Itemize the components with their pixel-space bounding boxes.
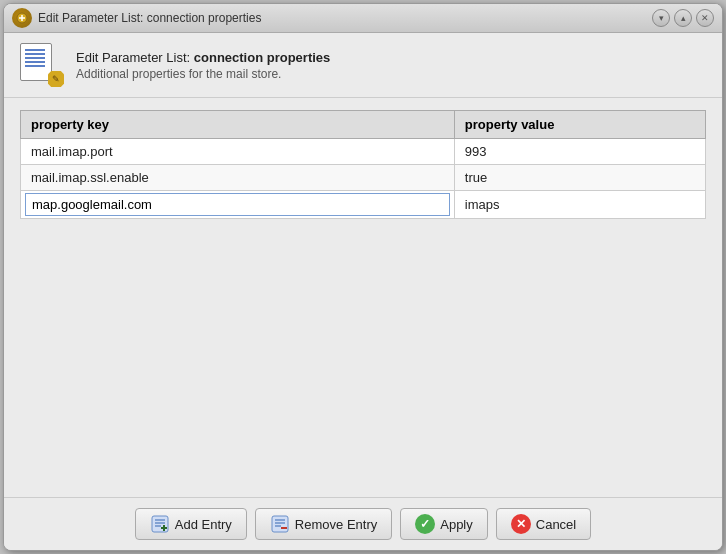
pencil-icon: ✎ — [48, 71, 64, 87]
content-area: property key property value mail.imap.po… — [4, 98, 722, 497]
remove-entry-label: Remove Entry — [295, 517, 377, 532]
property-value-cell: 993 — [454, 139, 705, 165]
title-bar-left: Edit Parameter List: connection properti… — [12, 8, 261, 28]
title-bar-controls: ▾ ▴ ✕ — [652, 9, 714, 27]
minimize-button[interactable]: ▴ — [674, 9, 692, 27]
param-table: property key property value mail.imap.po… — [20, 110, 706, 219]
remove-entry-button[interactable]: Remove Entry — [255, 508, 392, 540]
property-value-cell: imaps — [454, 191, 705, 219]
app-icon — [12, 8, 32, 28]
apply-label: Apply — [440, 517, 473, 532]
property-key-cell: mail.imap.port — [21, 139, 455, 165]
header-subtitle: Additional properties for the mail store… — [76, 67, 330, 81]
header-text: Edit Parameter List: connection properti… — [76, 50, 330, 81]
cancel-icon: ✕ — [511, 514, 531, 534]
property-value-cell: true — [454, 165, 705, 191]
window-title: Edit Parameter List: connection properti… — [38, 11, 261, 25]
add-entry-label: Add Entry — [175, 517, 232, 532]
collapse-button[interactable]: ▾ — [652, 9, 670, 27]
table-row: imaps — [21, 191, 706, 219]
remove-entry-icon — [270, 514, 290, 534]
apply-button[interactable]: ✓ Apply — [400, 508, 488, 540]
col-header-value: property value — [454, 111, 705, 139]
table-row: mail.imap.ssl.enabletrue — [21, 165, 706, 191]
table-row: mail.imap.port993 — [21, 139, 706, 165]
property-key-cell — [21, 191, 455, 219]
header-title-bold: connection properties — [194, 50, 331, 65]
main-window: Edit Parameter List: connection properti… — [3, 3, 723, 551]
document-icon — [20, 43, 52, 81]
header-section: ✎ Edit Parameter List: connection proper… — [4, 33, 722, 98]
cancel-label: Cancel — [536, 517, 576, 532]
property-key-input[interactable] — [25, 193, 450, 216]
close-button[interactable]: ✕ — [696, 9, 714, 27]
header-title: Edit Parameter List: connection properti… — [76, 50, 330, 65]
header-icon: ✎ — [20, 43, 64, 87]
svg-rect-3 — [152, 516, 168, 532]
property-key-cell: mail.imap.ssl.enable — [21, 165, 455, 191]
header-title-prefix: Edit Parameter List: — [76, 50, 194, 65]
svg-rect-9 — [272, 516, 288, 532]
footer-section: Add Entry Remove Entry ✓ Apply ✕ — [4, 497, 722, 550]
add-entry-button[interactable]: Add Entry — [135, 508, 247, 540]
title-bar: Edit Parameter List: connection properti… — [4, 4, 722, 33]
cancel-button[interactable]: ✕ Cancel — [496, 508, 591, 540]
apply-icon: ✓ — [415, 514, 435, 534]
add-entry-icon — [150, 514, 170, 534]
col-header-key: property key — [21, 111, 455, 139]
